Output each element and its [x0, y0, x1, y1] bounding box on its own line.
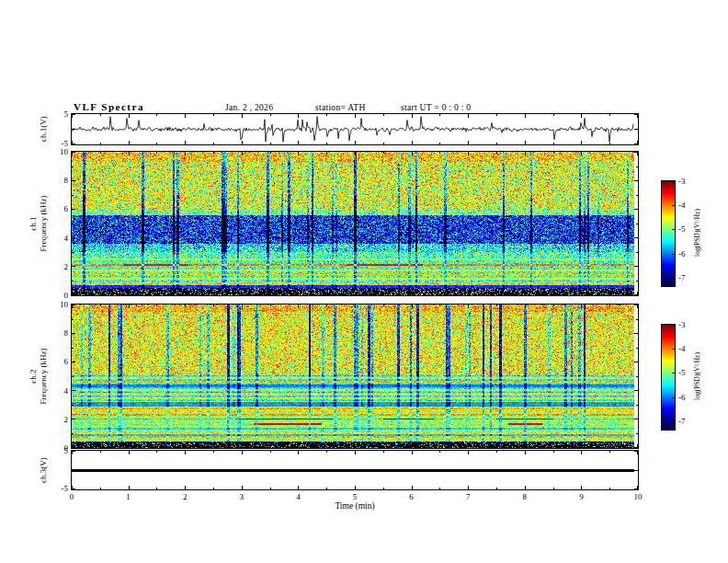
- y-tick-label: 8: [46, 176, 68, 185]
- colorbar-ch2: [661, 324, 676, 431]
- x-tick-label: 7: [459, 492, 477, 501]
- waveform-ch1-canvas: [72, 114, 638, 144]
- y-tick-label: 6: [46, 204, 68, 213]
- spectrogram-ch2-panel: [71, 304, 639, 449]
- x-tick-label: 9: [572, 492, 590, 501]
- colorbar-tick-label: -6: [678, 249, 695, 259]
- colorbar-tick-label: -7: [678, 273, 695, 282]
- x-tick-label: 6: [403, 492, 421, 501]
- y-tick-label: 2: [46, 415, 68, 424]
- colorbar-tick-label: -6: [678, 393, 695, 402]
- y-tick-label: 10: [46, 300, 68, 309]
- header-start-ut: start UT = 0 : 0 : 0: [401, 103, 471, 112]
- spectrogram-ch2-canvas: [72, 304, 638, 448]
- y-tick-label: 4: [46, 386, 68, 396]
- header-date: Jan. 2 , 2026: [225, 103, 273, 112]
- colorbar-tick-label: -4: [678, 201, 695, 210]
- x-tick-label: 3: [233, 492, 251, 501]
- y-tick-label: 0: [46, 291, 68, 300]
- x-tick-label: 8: [516, 492, 534, 501]
- spectrogram-ch1-canvas: [72, 152, 638, 295]
- y-tick-label: 2: [46, 262, 68, 271]
- y-tick-label: 5: [46, 446, 68, 455]
- colorbar-ch2-canvas: [662, 325, 675, 430]
- spec1-channel-label: ch.1: [28, 195, 39, 251]
- y-tick-label: 6: [46, 357, 68, 366]
- figure-title: VLF Spectra: [74, 101, 144, 112]
- x-tick-label: 4: [289, 492, 307, 501]
- y-tick-label: 5: [46, 109, 68, 119]
- y-tick-label: -5: [46, 139, 68, 148]
- waveform-ch3-panel: [71, 450, 639, 490]
- y-tick-label: 8: [46, 328, 68, 338]
- y-tick-label: 4: [46, 234, 68, 243]
- waveform-ch1-panel: [71, 113, 639, 145]
- colorbar-tick-label: -3: [678, 177, 695, 186]
- waveform-ch3-canvas: [72, 451, 638, 489]
- spectrogram-ch1-panel: [71, 151, 639, 296]
- colorbar-tick-label: -5: [678, 224, 695, 234]
- xaxis-label: Time (min): [309, 501, 401, 511]
- x-tick-label: 10: [629, 492, 647, 501]
- ylabel-ch1-voltage: ch.1(V): [39, 116, 49, 142]
- y-tick-label: 10: [46, 147, 68, 156]
- colorbar-tick-label: -7: [678, 417, 695, 426]
- spec2-channel-label: ch.2: [28, 348, 39, 404]
- colorbar-tick-label: -3: [678, 320, 695, 329]
- colorbar-ch1-canvas: [662, 181, 675, 286]
- x-tick-label: 5: [346, 492, 364, 501]
- x-tick-label: 2: [176, 492, 194, 501]
- x-tick-label: 1: [119, 492, 138, 501]
- ylabel-ch3-voltage: ch.3(V): [39, 457, 49, 483]
- colorbar-tick-label: -4: [678, 344, 695, 353]
- x-tick-label: 0: [63, 492, 81, 501]
- colorbar-tick-label: -5: [678, 368, 695, 377]
- y-tick-label: -5: [46, 484, 68, 493]
- header-station: station= ATH: [315, 103, 366, 112]
- colorbar-ch1: [661, 180, 676, 287]
- vlf-spectra-figure: VLF Spectra Jan. 2 , 2026 station= ATH s…: [0, 0, 728, 563]
